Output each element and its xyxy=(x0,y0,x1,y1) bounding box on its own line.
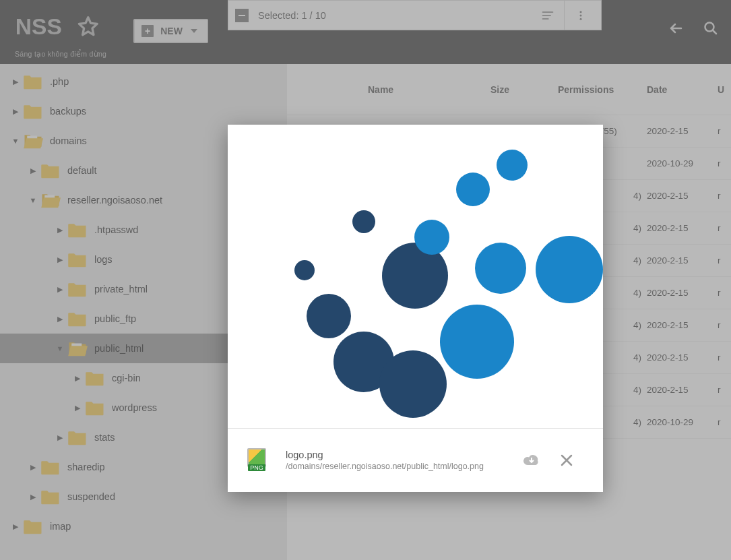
preview-dialog: PNG logo.png /domains/reseller.ngoisaoso… xyxy=(228,125,603,492)
preview-filepath: /domains/reseller.ngoisaoso.net/public_h… xyxy=(286,462,484,471)
preview-filename: logo.png xyxy=(286,449,484,460)
dialog-footer: PNG logo.png /domains/reseller.ngoisaoso… xyxy=(228,428,603,492)
close-button[interactable] xyxy=(549,452,584,468)
image-preview xyxy=(228,125,603,428)
download-button[interactable] xyxy=(514,452,549,468)
image-file-icon: PNG xyxy=(247,448,267,472)
